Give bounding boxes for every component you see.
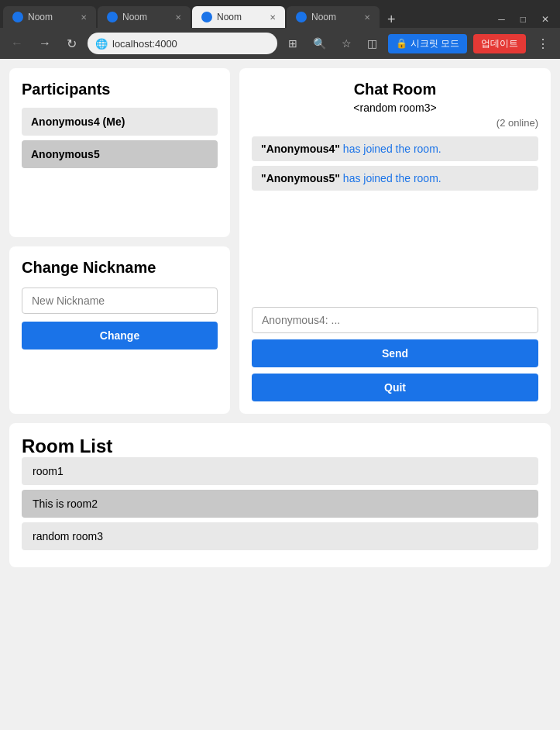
chat-panel: Chat Room <random room3> (2 online) "Ano… [239, 68, 551, 414]
chat-title: Chat Room [252, 81, 538, 98]
message-item-0: "Anonymous4" has joined the room. [252, 136, 538, 161]
participant-name-1: Anonymous5 [31, 148, 100, 160]
tab-close-1[interactable]: ✕ [81, 13, 87, 22]
new-tab-button[interactable]: + [381, 12, 402, 28]
tab-3[interactable]: Noom ✕ [192, 6, 285, 28]
update-button[interactable]: 업데이트 [473, 34, 526, 53]
grid-icon[interactable]: ⊞ [283, 34, 302, 53]
tab-1[interactable]: Noom ✕ [3, 6, 96, 28]
room-name: <random room3> [252, 102, 538, 114]
room-name-1: This is room2 [33, 498, 98, 510]
tab-favicon-1 [12, 12, 23, 22]
back-button[interactable]: ← [6, 33, 28, 53]
participants-panel: Participants Anonymous4 (Me) Anonymous5 [9, 68, 230, 237]
message-item-1: "Anonymous5" has joined the room. [252, 166, 538, 191]
room-list-panel: Room List room1 This is room2 random roo… [9, 423, 551, 567]
url-text: localhost:4000 [112, 38, 177, 50]
tab-favicon-3 [201, 12, 212, 22]
participant-name-0: Anonymous4 (Me) [31, 115, 125, 128]
browser-chrome: Noom ✕ Noom ✕ Noom ✕ Noom ✕ + ─ □ ✕ ← → … [0, 0, 560, 59]
room-name-2: random room3 [33, 530, 103, 542]
tab-label-2: Noom [122, 12, 147, 22]
room-list-title: Room List [22, 436, 538, 457]
tab-close-2[interactable]: ✕ [175, 13, 181, 22]
secret-mode-icon: 🔒 [396, 38, 407, 49]
send-button[interactable]: Send [252, 339, 538, 367]
chat-messages: "Anonymous4" has joined the room. "Anony… [252, 136, 538, 307]
secret-mode-button[interactable]: 🔒 시크릿 모드 [388, 34, 467, 53]
message-username-1: "Anonymous5" [261, 172, 340, 184]
participants-title: Participants [22, 81, 218, 98]
nickname-title: Change Nickname [22, 259, 218, 277]
quit-button[interactable]: Quit [252, 374, 538, 401]
window-maximize-button[interactable]: □ [513, 11, 534, 28]
tab-favicon-4 [296, 12, 307, 22]
forward-button[interactable]: → [34, 33, 56, 53]
refresh-button[interactable]: ↻ [62, 33, 81, 54]
window-minimize-button[interactable]: ─ [490, 11, 513, 28]
tab-label-1: Noom [28, 12, 53, 22]
room-name-0: room1 [33, 465, 64, 477]
tab-label-3: Noom [217, 12, 242, 22]
lock-icon: 🌐 [95, 38, 108, 50]
participant-item-1: Anonymous5 [22, 140, 218, 168]
change-button[interactable]: Change [22, 322, 218, 350]
tab-close-3[interactable]: ✕ [270, 13, 276, 22]
nickname-input[interactable] [22, 288, 218, 314]
secret-mode-label: 시크릿 모드 [411, 37, 459, 50]
online-count: (2 online) [252, 117, 538, 129]
address-bar: ← → ↻ 🌐 localhost:4000 ⊞ 🔍 ☆ ◫ 🔒 시크릿 모드 … [0, 28, 560, 59]
search-icon[interactable]: 🔍 [308, 34, 331, 53]
tab-2[interactable]: Noom ✕ [98, 6, 191, 28]
participant-item-0: Anonymous4 (Me) [22, 108, 218, 136]
tab-label-4: Noom [311, 12, 336, 22]
bookmark-icon[interactable]: ☆ [337, 34, 356, 53]
room-item-2[interactable]: random room3 [22, 522, 538, 550]
page-content: Participants Anonymous4 (Me) Anonymous5 … [0, 59, 560, 423]
tab-favicon-2 [107, 12, 118, 22]
tab-4[interactable]: Noom ✕ [287, 6, 380, 28]
url-bar[interactable]: 🌐 localhost:4000 [88, 33, 277, 54]
tab-close-4[interactable]: ✕ [364, 13, 370, 22]
kebab-menu-button[interactable]: ⋮ [532, 33, 554, 54]
room-item-1[interactable]: This is room2 [22, 490, 538, 518]
chat-input-area: Send Quit [252, 307, 538, 401]
bottom-section: Room List room1 This is room2 random roo… [0, 423, 560, 577]
message-text-0: has joined the room. [340, 143, 441, 155]
message-text-1: has joined the room. [340, 172, 441, 184]
message-input[interactable] [252, 307, 538, 333]
message-username-0: "Anonymous4" [261, 143, 340, 155]
nickname-panel: Change Nickname Change [9, 246, 230, 414]
split-view-icon[interactable]: ◫ [362, 34, 382, 53]
window-close-button[interactable]: ✕ [534, 11, 557, 28]
room-item-0[interactable]: room1 [22, 457, 538, 485]
